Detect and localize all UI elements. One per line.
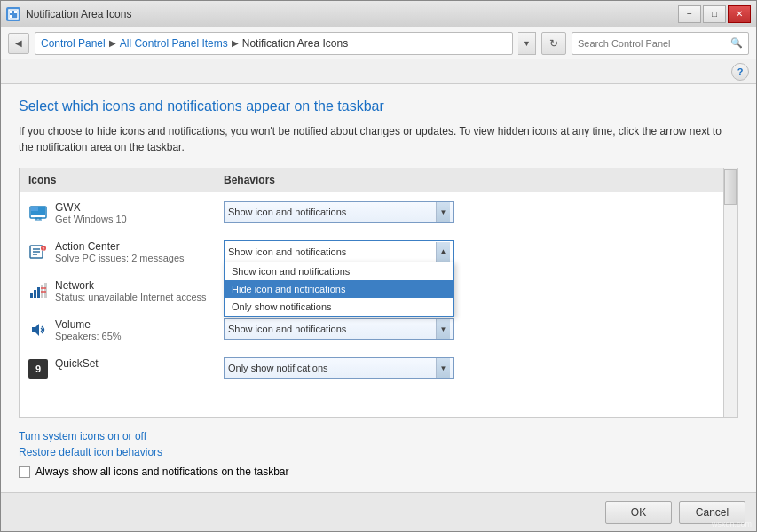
refresh-button[interactable]: ↻: [541, 32, 566, 55]
network-desc: Status: unavailable Internet access: [55, 292, 207, 302]
window-icon: [6, 7, 20, 21]
action-center-name: Action Center: [55, 240, 185, 253]
volume-desc: Speakers: 65%: [55, 331, 122, 341]
gwx-behavior-cell: Show icon and notifications ▼: [224, 201, 729, 223]
icons-table: Icons Behaviors: [19, 168, 738, 418]
search-bar[interactable]: 🔍: [572, 32, 749, 55]
gwx-dropdown-arrow[interactable]: ▼: [436, 202, 450, 222]
always-show-label: Always show all icons and notifications …: [35, 466, 289, 478]
help-button[interactable]: ?: [731, 63, 749, 81]
window-controls: − □ ✕: [678, 5, 751, 23]
svg-marker-24: [32, 324, 39, 336]
action-center-dropdown-arrow[interactable]: ▲: [436, 242, 450, 262]
quickset-behavior-dropdown[interactable]: Only show notifications ▼: [224, 357, 454, 379]
content-area: Select which icons and notifications app…: [1, 84, 756, 492]
toolbar: ?: [1, 59, 756, 84]
gwx-name: GWX: [55, 201, 127, 214]
action-center-icon: 2: [28, 242, 48, 262]
scrollbar-thumb[interactable]: [724, 169, 737, 205]
window-title: Notification Area Icons: [26, 8, 678, 20]
icon-cell-action-center: 2 Action Center Solve PC issues: 2 messa…: [28, 240, 224, 263]
breadcrumb-all-items[interactable]: All Control Panel Items: [120, 37, 228, 50]
icon-cell-gwx: GWX Get Windows 10: [28, 201, 224, 224]
svg-rect-6: [31, 207, 38, 211]
volume-name: Volume: [55, 318, 122, 331]
volume-dropdown-text: Show icon and notifications: [228, 324, 432, 334]
action-center-behavior-dropdown[interactable]: Show icon and notifications ▲: [224, 240, 454, 262]
gwx-behavior-dropdown[interactable]: Show icon and notifications ▼: [224, 201, 454, 223]
volume-info: Volume Speakers: 65%: [55, 318, 122, 341]
icon-cell-network: Network Status: unavailable Internet acc…: [28, 279, 224, 302]
minimize-button[interactable]: −: [678, 5, 701, 23]
svg-rect-18: [34, 290, 36, 298]
quickset-dropdown-text: Only show notifications: [228, 363, 432, 373]
svg-rect-19: [37, 287, 40, 298]
gwx-icon: [28, 203, 48, 223]
column-behaviors-header: Behaviors: [224, 174, 729, 186]
svg-rect-1: [10, 11, 12, 13]
search-icon: 🔍: [730, 37, 743, 49]
action-center-behavior-cell: Show icon and notifications ▲ Show icon …: [224, 240, 729, 262]
table-row: Volume Speakers: 65% Show icon and notif…: [20, 313, 737, 352]
gwx-info: GWX Get Windows 10: [55, 201, 127, 224]
close-button[interactable]: ✕: [728, 5, 751, 23]
breadcrumb-current: Notification Area Icons: [242, 37, 348, 50]
volume-behavior-dropdown[interactable]: Show icon and notifications ▼: [224, 318, 454, 340]
svg-rect-17: [30, 293, 33, 298]
restore-defaults-link[interactable]: Restore default icon behaviors: [19, 446, 162, 458]
dropdown-option-only-show[interactable]: Only show notifications: [225, 298, 453, 316]
breadcrumb-control-panel[interactable]: Control Panel: [41, 37, 106, 50]
ok-button[interactable]: OK: [605, 501, 672, 524]
network-icon: [28, 281, 48, 301]
breadcrumb-sep-1: ▶: [109, 38, 116, 48]
network-name: Network: [55, 279, 207, 292]
turn-on-link-row: Turn system icons on or off: [19, 430, 738, 442]
column-icons-header: Icons: [28, 174, 224, 186]
volume-behavior-cell: Show icon and notifications ▼: [224, 318, 729, 340]
addressbar: ◀ Control Panel ▶ All Control Panel Item…: [1, 27, 756, 59]
breadcrumb: Control Panel ▶ All Control Panel Items …: [35, 32, 513, 55]
table-row: GWX Get Windows 10 Show icon and notific…: [20, 196, 737, 235]
table-body: GWX Get Windows 10 Show icon and notific…: [20, 192, 737, 417]
gwx-desc: Get Windows 10: [55, 214, 127, 224]
titlebar: Notification Area Icons − □ ✕: [1, 1, 756, 27]
table-row: 2 Action Center Solve PC issues: 2 messa…: [20, 235, 737, 274]
table-header: Icons Behaviors: [20, 168, 737, 192]
quickset-behavior-cell: Only show notifications ▼: [224, 357, 729, 379]
quickset-name: QuickSet: [55, 357, 99, 370]
main-window: Notification Area Icons − □ ✕ ◀ Control …: [0, 0, 757, 532]
page-description: If you choose to hide icons and notifica…: [19, 123, 738, 155]
icon-cell-quickset: 9 QuickSet: [28, 357, 224, 379]
quickset-dropdown-arrow[interactable]: ▼: [436, 358, 450, 378]
page-title: Select which icons and notifications app…: [19, 98, 738, 114]
maximize-button[interactable]: □: [703, 5, 726, 23]
breadcrumb-dropdown-arrow[interactable]: ▼: [518, 32, 536, 55]
action-center-dropdown-text: Show icon and notifications: [228, 246, 432, 257]
always-show-checkbox[interactable]: [19, 466, 30, 478]
svg-rect-3: [10, 15, 12, 18]
quickset-icon: 9: [28, 359, 48, 379]
network-info: Network Status: unavailable Internet acc…: [55, 279, 207, 302]
svg-rect-21: [44, 283, 47, 298]
back-button[interactable]: ◀: [8, 33, 29, 54]
turn-system-icons-link[interactable]: Turn system icons on or off: [19, 430, 146, 442]
quickset-info: QuickSet: [55, 357, 99, 370]
action-center-info: Action Center Solve PC issues: 2 message…: [55, 240, 185, 263]
watermark: wsxdn.com: [712, 520, 752, 528]
action-center-desc: Solve PC issues: 2 messages: [55, 253, 185, 263]
table-row: 9 QuickSet Only show notifications ▼: [20, 352, 737, 391]
gwx-dropdown-text: Show icon and notifications: [228, 207, 432, 217]
dropdown-option-hide-icon[interactable]: Hide icon and notifications: [225, 280, 453, 298]
scrollbar-track[interactable]: [723, 168, 737, 417]
volume-icon: [28, 320, 48, 340]
breadcrumb-sep-2: ▶: [232, 38, 239, 48]
action-center-dropdown-menu: Show icon and notifications Hide icon an…: [224, 262, 454, 317]
always-show-row: Always show all icons and notifications …: [19, 466, 738, 478]
restore-link-row: Restore default icon behaviors: [19, 446, 738, 458]
bottom-bar: OK Cancel: [1, 492, 756, 531]
dropdown-option-show-icon[interactable]: Show icon and notifications: [225, 262, 453, 280]
icon-cell-volume: Volume Speakers: 65%: [28, 318, 224, 341]
svg-rect-2: [14, 11, 17, 13]
search-input[interactable]: [578, 38, 730, 49]
volume-dropdown-arrow[interactable]: ▼: [436, 319, 450, 339]
